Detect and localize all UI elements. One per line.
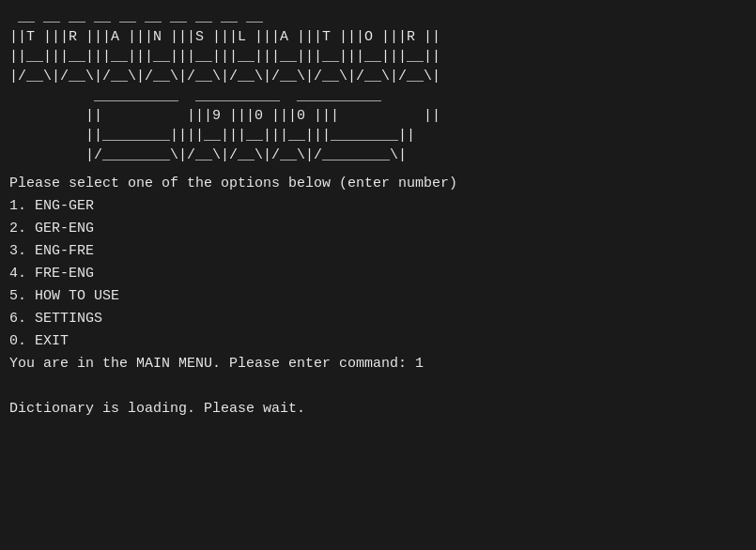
- command-prompt: You are in the MAIN MENU. Please enter c…: [9, 353, 747, 375]
- menu-item-3[interactable]: 3. ENG-FRE: [9, 240, 747, 263]
- menu-container: Please select one of the options below (…: [9, 173, 747, 420]
- menu-item-0[interactable]: 0. EXIT: [9, 330, 747, 353]
- menu-item-1[interactable]: 1. ENG-GER: [9, 195, 747, 218]
- menu-item-5[interactable]: 5. HOW TO USE: [9, 285, 747, 308]
- loading-message: [9, 375, 747, 398]
- ascii-art-translator: __ __ __ __ __ __ __ __ __ __ ||T |||R |…: [9, 8, 747, 86]
- menu-prompt: Please select one of the options below (…: [9, 173, 747, 195]
- menu-item-4[interactable]: 4. FRE-ENG: [9, 263, 747, 285]
- terminal-screen: __ __ __ __ __ __ __ __ __ __ ||T |||R |…: [9, 8, 747, 420]
- loading-status: Dictionary is loading. Please wait.: [9, 398, 747, 420]
- ascii-art-version: __________ __________ __________ || |||9…: [9, 86, 747, 165]
- menu-item-2[interactable]: 2. GER-ENG: [9, 218, 747, 240]
- menu-item-6[interactable]: 6. SETTINGS: [9, 308, 747, 330]
